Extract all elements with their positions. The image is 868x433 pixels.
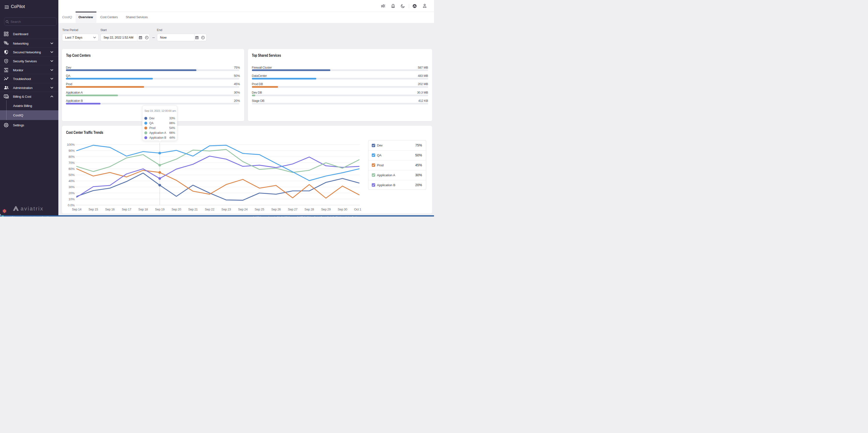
- svg-text:Sep 17: Sep 17: [122, 207, 131, 211]
- svg-text:Sep 24: Sep 24: [238, 207, 248, 211]
- svg-text:30%: 30%: [68, 185, 75, 189]
- svg-text:40%: 40%: [68, 179, 75, 183]
- svg-text:80%: 80%: [68, 155, 75, 158]
- svg-text:Sep 18: Sep 18: [138, 207, 148, 211]
- svg-text:Sep 22: Sep 22: [205, 207, 214, 211]
- svg-text:20%: 20%: [68, 191, 75, 195]
- svg-text:90%: 90%: [68, 149, 75, 152]
- svg-text:Sep 25: Sep 25: [255, 207, 264, 211]
- svg-text:Sep 16: Sep 16: [105, 207, 115, 211]
- svg-text:Sep 20: Sep 20: [172, 207, 181, 211]
- svg-text:Sep 21: Sep 21: [188, 207, 197, 211]
- svg-text:10%: 10%: [68, 197, 75, 201]
- svg-text:Sep 26: Sep 26: [271, 207, 281, 211]
- svg-text:Sep 28: Sep 28: [304, 207, 314, 211]
- svg-text:50%: 50%: [68, 173, 75, 177]
- svg-text:Oct 1: Oct 1: [354, 207, 361, 211]
- svg-text:Sep 29: Sep 29: [321, 207, 331, 211]
- svg-text:100%: 100%: [67, 143, 75, 146]
- svg-text:Sep 19: Sep 19: [155, 207, 164, 211]
- svg-text:Sep 27: Sep 27: [288, 207, 298, 211]
- svg-text:70%: 70%: [68, 161, 75, 165]
- svg-text:Sep 14: Sep 14: [72, 207, 82, 211]
- svg-text:Sep 15: Sep 15: [89, 207, 98, 211]
- svg-text:0.0%: 0.0%: [68, 203, 75, 207]
- svg-text:Sep 23: Sep 23: [221, 207, 231, 211]
- svg-text:60%: 60%: [68, 167, 75, 171]
- svg-text:Sep 30: Sep 30: [338, 207, 347, 211]
